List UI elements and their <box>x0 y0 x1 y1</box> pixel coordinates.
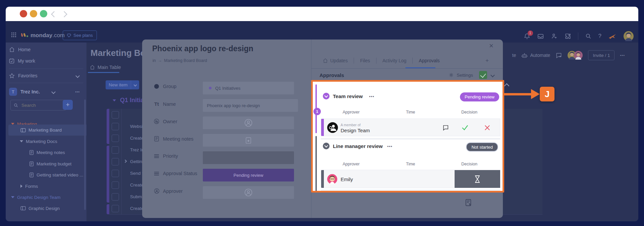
field-approval-status[interactable]: Approval Status <box>152 171 197 176</box>
row-checkbox[interactable] <box>112 135 119 142</box>
tab-approvals[interactable]: Approvals <box>413 53 446 68</box>
tab-updates[interactable]: Updates <box>311 53 354 68</box>
invite-members-icon[interactable] <box>551 33 558 40</box>
row-checkbox[interactable] <box>112 146 119 154</box>
chevron-down-icon <box>133 83 137 87</box>
item-tabs: Updates Files Activity Log Approvals + <box>311 53 503 69</box>
row-checkbox[interactable] <box>112 170 119 177</box>
scroll-to-top-icon[interactable] <box>504 83 510 89</box>
field-group-value[interactable]: Q1 Initiatives <box>203 82 294 94</box>
field-value: Q1 Initiatives <box>215 86 240 91</box>
home-icon <box>323 58 328 63</box>
minimize-window-button[interactable] <box>30 10 37 17</box>
apps-grid-icon[interactable] <box>11 32 16 37</box>
row-checkbox[interactable] <box>112 111 119 119</box>
sidebar-item-favorites[interactable]: Favorites <box>9 71 84 81</box>
user-avatar[interactable] <box>624 31 634 41</box>
settings-label: Settings <box>457 73 473 78</box>
row-checkbox[interactable] <box>112 158 119 165</box>
sidebar-search[interactable] <box>10 100 66 110</box>
zoom-window-button[interactable] <box>40 10 47 17</box>
tab-main-table[interactable]: Main Table <box>90 65 121 70</box>
search-icon <box>13 103 18 108</box>
field-name-value[interactable]: Phoenix app logo re-design <box>203 99 298 112</box>
group-collapse-icon[interactable] <box>113 99 116 101</box>
browser-titlebar <box>6 7 638 21</box>
tree-item-marketing-board[interactable]: Marketing Board <box>8 125 94 136</box>
row-checkbox[interactable] <box>112 193 119 201</box>
see-plans-button[interactable]: See plans <box>63 30 97 40</box>
tree-item-graphic-design[interactable]: Graphic Design <box>20 204 60 213</box>
row-checkbox[interactable] <box>112 181 119 189</box>
notifications-bell-icon[interactable]: 1 <box>524 33 530 40</box>
row-checkbox[interactable] <box>112 123 119 130</box>
add-tab-icon[interactable]: + <box>485 57 503 64</box>
tree-item-meeting-notes[interactable]: Meeting notes <box>29 148 65 157</box>
workspace-menu-icon[interactable]: ••• <box>75 90 80 94</box>
tree-item-getting-started-video[interactable]: Getting started video ... <box>29 170 83 179</box>
apps-marketplace-icon[interactable] <box>565 33 571 40</box>
new-item-dropdown[interactable] <box>131 80 139 89</box>
sidebar-item-home[interactable]: Home <box>9 45 84 55</box>
sidebar-item-label: Home <box>18 47 31 52</box>
search-input[interactable] <box>21 102 56 108</box>
sidebar-scrollbar[interactable] <box>84 99 86 210</box>
approvals-settings[interactable]: Settings <box>449 72 473 78</box>
board-members-avatars[interactable] <box>568 51 583 60</box>
doc-action-icon[interactable] <box>465 199 472 207</box>
approval-status-checkbox[interactable] <box>479 71 487 79</box>
monday-logo-icon <box>21 32 28 38</box>
field-priority[interactable]: Priority <box>152 153 178 159</box>
annotation-highlight-box <box>311 80 504 193</box>
field-group[interactable]: Group <box>152 84 176 89</box>
board-menu-icon[interactable]: ••• <box>620 53 625 57</box>
invite-button[interactable]: Invite / 1 <box>588 50 614 60</box>
field-meeting-notes[interactable]: Meeting notes <box>152 136 193 142</box>
new-item-button[interactable]: New item <box>106 80 139 89</box>
field-approver-value[interactable] <box>203 186 294 199</box>
inbox-icon[interactable] <box>537 33 544 40</box>
search-icon[interactable] <box>585 33 592 40</box>
field-approver[interactable]: Approver <box>152 188 183 194</box>
tab-files[interactable]: Files <box>354 53 376 68</box>
robot-icon <box>521 53 528 58</box>
item-name: Subm <box>130 194 142 199</box>
field-priority-value[interactable] <box>203 151 294 164</box>
annotation-label: J <box>540 87 554 101</box>
item-name: Create <box>130 206 144 211</box>
breadcrumb-board-link[interactable]: Marketing Board Board <box>164 58 207 63</box>
field-approval-status-value[interactable]: Pending review <box>203 169 294 181</box>
tree-item-marketing-budget[interactable]: Marketing budget <box>29 159 71 168</box>
sidebar-item-my-work[interactable]: My work <box>9 56 84 66</box>
field-name[interactable]: Tt Name <box>152 101 176 107</box>
notification-count-badge: 1 <box>528 30 533 36</box>
tree-item-forms[interactable]: Forms <box>20 181 38 191</box>
sidebar: Home My work Favorites T Trez Inc. ••• <box>6 43 86 221</box>
tab-activity-log[interactable]: Activity Log <box>376 53 413 68</box>
close-window-button[interactable] <box>20 10 27 17</box>
field-owner[interactable]: Owner <box>152 119 177 124</box>
field-meeting-notes-value[interactable] <box>203 134 294 147</box>
status-lines-icon <box>152 154 161 158</box>
chevron-down-icon[interactable] <box>490 73 495 77</box>
plus-icon: + <box>66 101 69 108</box>
tree-item-marketing-docs[interactable]: Marketing Docs <box>20 137 57 146</box>
workspace-avatar: T <box>9 88 17 96</box>
expand-item-icon[interactable] <box>124 160 127 163</box>
forward-icon[interactable] <box>61 11 67 17</box>
status-lines-icon <box>152 171 161 176</box>
caret-down-icon <box>11 196 14 198</box>
tree-item-graphic-design-team[interactable]: Graphic Design Team <box>11 193 61 202</box>
add-board-button[interactable]: + <box>63 100 73 110</box>
screenshot-canvas: monday.com See plans 1 <box>0 0 644 226</box>
field-value: Pending review <box>234 173 264 178</box>
monday-logo[interactable]: monday.com <box>31 32 65 39</box>
help-icon[interactable]: ? <box>598 33 601 40</box>
row-checkbox[interactable] <box>112 205 119 212</box>
automate-button[interactable]: Automate <box>521 53 550 58</box>
integrate-button-fragment[interactable]: te <box>512 53 516 58</box>
workspace-switcher[interactable]: T Trez Inc. ••• <box>9 86 84 97</box>
field-owner-value[interactable] <box>203 117 294 129</box>
chat-icon[interactable] <box>555 52 562 59</box>
back-icon[interactable] <box>51 11 57 17</box>
